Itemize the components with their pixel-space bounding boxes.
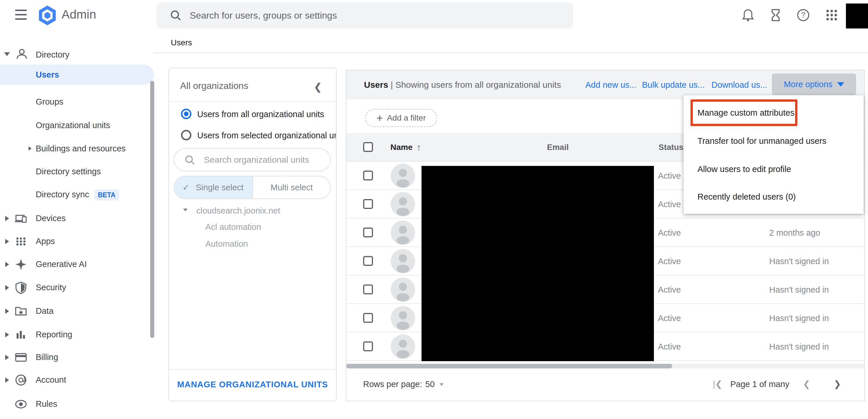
user-avatar <box>391 192 415 216</box>
sidebar-item-devices[interactable]: Devices <box>0 208 151 229</box>
first-page-icon[interactable]: |❮ <box>713 376 722 393</box>
sidebar-item-label: Security <box>36 277 66 298</box>
account-avatar[interactable] <box>846 3 868 28</box>
radio-all-org-units-label: Users from all organizational units <box>197 110 324 119</box>
apps-grid-icon[interactable] <box>825 8 839 22</box>
row-checkbox[interactable] <box>363 341 373 351</box>
horizontal-scrollbar-thumb[interactable] <box>346 364 672 368</box>
single-select-label: Single select <box>196 176 243 199</box>
help-icon[interactable]: ? <box>796 8 810 22</box>
sort-ascending-icon[interactable]: ↑ <box>416 133 421 161</box>
hourglass-icon[interactable] <box>769 8 783 22</box>
caret-right-icon <box>5 262 9 267</box>
multi-select-tab[interactable]: Multi select <box>252 176 331 199</box>
divider <box>169 101 336 102</box>
sidebar-item-generative-ai[interactable]: Generative AI <box>0 254 151 274</box>
sidebar-item-label: Rules <box>36 394 57 414</box>
bulk-update-users-link[interactable]: Bulk update us... <box>642 70 705 99</box>
user-avatar <box>391 334 415 359</box>
multi-select-label: Multi select <box>271 183 313 192</box>
sidebar-item-apps[interactable]: Apps <box>0 231 151 251</box>
select-all-checkbox[interactable] <box>363 142 373 152</box>
add-filter-button[interactable]: + Add a filter <box>365 109 437 127</box>
tree-child-org-unit[interactable]: Automation <box>206 239 248 249</box>
users-panel-header: Users | Showing users from all organizat… <box>346 70 864 99</box>
column-header-email[interactable]: Email <box>547 133 569 161</box>
radio-all-org-units[interactable] <box>181 109 191 119</box>
caret-right-icon[interactable] <box>28 146 31 151</box>
collapse-panel-icon[interactable]: ❮ <box>314 81 322 93</box>
row-checkbox[interactable] <box>363 313 373 323</box>
sidebar-item-groups[interactable]: Groups <box>36 92 63 112</box>
menu-item-recently-deleted-users[interactable]: Recently deleted users (0) <box>698 191 796 203</box>
svg-text:?: ? <box>801 11 805 19</box>
row-checkbox[interactable] <box>363 199 373 209</box>
more-options-button[interactable]: More options <box>772 73 856 95</box>
row-checkbox[interactable] <box>363 171 373 180</box>
column-header-status[interactable]: Status <box>658 133 684 161</box>
org-units-search-input[interactable]: Search organizational units <box>174 148 331 172</box>
sidebar-scrollbar[interactable] <box>150 81 154 338</box>
row-checkbox[interactable] <box>363 228 373 237</box>
sidebar-item-billing[interactable]: Billing <box>0 347 151 367</box>
caret-right-icon <box>5 239 9 244</box>
tree-child-org-unit[interactable]: Acl automation <box>206 222 261 232</box>
row-checkbox[interactable] <box>363 256 373 266</box>
search-placeholder: Search for users, groups or settings <box>190 2 337 28</box>
last-sign-in-cell: Hasn't signed in <box>769 247 829 275</box>
status-cell: Active <box>658 304 681 332</box>
status-cell: Active <box>658 218 681 247</box>
status-cell: Active <box>658 275 681 304</box>
rows-per-page-caret-icon[interactable] <box>439 383 443 386</box>
admin-console-screen: Admin Search for users, groups or settin… <box>0 0 868 419</box>
sidebar-item-label: Reporting <box>36 324 72 345</box>
tree-root-org-unit[interactable]: cloudsearch.joonix.net <box>196 206 280 216</box>
horizontal-scrollbar-track[interactable] <box>346 364 864 368</box>
header-divider <box>153 53 868 53</box>
sidebar-item-buildings-and-resources[interactable]: Buildings and resources <box>36 138 126 159</box>
column-header-name[interactable]: Name <box>391 133 412 161</box>
single-select-tab[interactable]: ✓ Single select <box>174 176 253 199</box>
user-avatar <box>391 220 415 245</box>
check-icon: ✓ <box>182 176 189 199</box>
caret-right-icon <box>5 285 9 290</box>
sidebar-item-directory-sync[interactable]: Directory syncBETA <box>36 184 119 205</box>
user-avatar <box>391 249 415 273</box>
sidebar-item-directory-settings[interactable]: Directory settings <box>36 161 101 182</box>
menu-item-transfer-tool[interactable]: Transfer tool for unmanaged users <box>698 135 827 147</box>
previous-page-icon[interactable]: ❮ <box>803 376 810 393</box>
download-users-link[interactable]: Download us... <box>711 70 767 99</box>
sidebar-item-organizational-units[interactable]: Organizational units <box>36 115 110 136</box>
directory-expand-caret-icon[interactable] <box>4 52 10 56</box>
tree-expand-caret-icon[interactable] <box>183 209 188 212</box>
rows-per-page-value[interactable]: 50 <box>425 376 435 393</box>
sidebar-item-directory[interactable]: Directory <box>36 44 69 65</box>
caret-right-icon <box>5 308 9 314</box>
menu-item-allow-users-edit-profile[interactable]: Allow users to edit profile <box>698 163 791 175</box>
sidebar-item-account[interactable]: Account <box>0 369 151 390</box>
beta-badge: BETA <box>94 189 119 201</box>
user-avatar <box>391 306 415 330</box>
status-cell: Active <box>658 332 681 361</box>
divider <box>169 369 336 369</box>
sidebar-item-data[interactable]: Data <box>0 301 151 321</box>
row-checkbox[interactable] <box>363 285 373 294</box>
sidebar-item-label: Apps <box>36 231 55 251</box>
last-sign-in-cell: Hasn't signed in <box>769 332 829 361</box>
organizations-panel-title: All organizations <box>180 81 248 91</box>
apps-icon <box>14 235 28 248</box>
radio-selected-org-units[interactable] <box>181 130 191 140</box>
at-sign-icon <box>14 373 28 387</box>
sidebar-item-reporting[interactable]: Reporting <box>0 324 151 345</box>
manage-organizational-units-button[interactable]: MANAGE ORGANIZATIONAL UNITS <box>169 380 336 389</box>
notifications-bell-icon[interactable] <box>741 8 755 22</box>
sidebar-item-rules[interactable]: Rules <box>0 394 151 414</box>
sidebar-item-label: Billing <box>36 347 58 367</box>
add-new-user-link[interactable]: Add new us... <box>585 70 637 99</box>
hamburger-menu-icon[interactable] <box>15 9 27 21</box>
shield-icon <box>14 281 28 294</box>
sidebar-item-users-selected[interactable]: Users <box>0 64 154 85</box>
global-search-input[interactable]: Search for users, groups or settings <box>157 2 573 28</box>
next-page-icon[interactable]: ❯ <box>834 376 841 393</box>
sidebar-item-security[interactable]: Security <box>0 277 151 298</box>
